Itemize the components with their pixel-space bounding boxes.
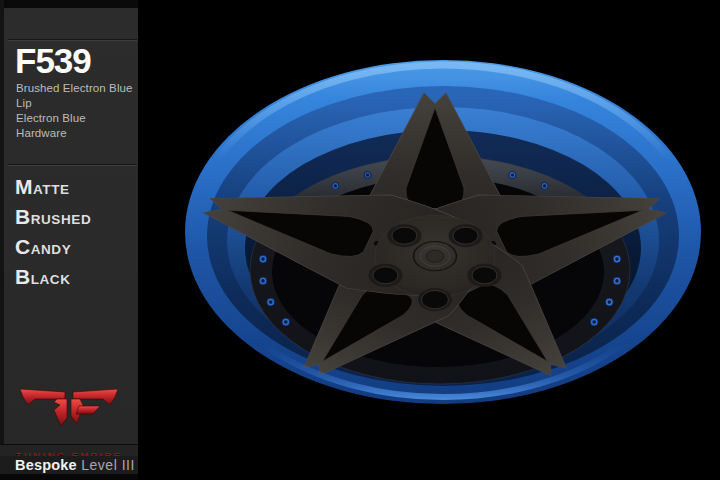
finish-option-brushed: BRUSHED — [15, 202, 91, 232]
panel-bottom-strip — [0, 474, 138, 480]
series-name: Bespoke — [15, 457, 77, 473]
tuning-empire-logo — [19, 386, 119, 430]
finish-line: Lip — [16, 96, 138, 111]
model-title: F539 — [15, 44, 91, 78]
info-panel: F539 Brushed Electron Blue Lip Electron … — [0, 0, 138, 480]
page: F539 Brushed Electron Blue Lip Electron … — [0, 0, 720, 480]
divider — [8, 164, 137, 166]
finish-option-black: BLACK — [15, 262, 91, 292]
center-cap — [414, 242, 457, 271]
finish-line: Brushed Electron Blue — [16, 81, 138, 96]
finish-options-list: MATTE BRUSHED CANDY BLACK — [15, 172, 91, 292]
series-level: Level III — [81, 457, 135, 473]
brand-name-band: TUNING EMPIRE — [0, 445, 138, 456]
finish-option-matte: MATTE — [15, 172, 91, 202]
finish-description: Brushed Electron Blue Lip Electron Blue … — [16, 81, 138, 141]
finish-line: Electron Blue Hardware — [16, 111, 138, 141]
finish-option-candy: CANDY — [15, 232, 91, 262]
tf-logo-icon — [19, 386, 119, 430]
series-band: Bespoke Level III — [0, 456, 138, 474]
